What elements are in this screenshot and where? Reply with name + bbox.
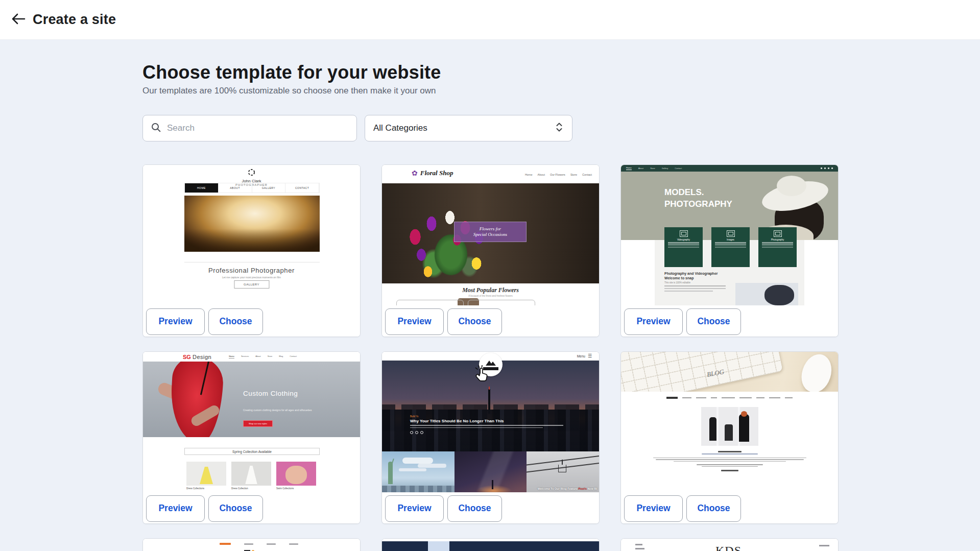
mini-nav-item: Home xyxy=(626,166,632,170)
mini-nav-item: ABOUT xyxy=(219,183,252,193)
mini-subheading: A bouquet of the finest and freshest flo… xyxy=(382,295,599,297)
mini-nav-item: Contact xyxy=(582,173,592,176)
camera-icon xyxy=(774,230,782,237)
mini-nav-item: Store xyxy=(570,173,577,176)
back-arrow-icon xyxy=(11,13,26,27)
template-thumbnail-models-photography: Home About Store Gallery Contact MODELS.… xyxy=(621,165,838,305)
feature-card: Videography xyxy=(664,227,703,267)
mini-gallery-button: GALLERY xyxy=(234,280,269,289)
mini-nav: HOME ABOUT GALLERY CONTACT xyxy=(184,183,320,193)
template-thumbnail-photographer: John Clark PHOTOGRAPHER HOME ABOUT GALLE… xyxy=(143,165,360,305)
page-title: Create a site xyxy=(33,12,116,28)
mini-nav-item: About xyxy=(255,355,260,358)
flower-icon: ✿ xyxy=(412,170,418,177)
product-photo xyxy=(231,462,271,486)
search-icon xyxy=(151,123,161,134)
template-thumbnail-keyboard-blog: BLOG xyxy=(621,352,838,492)
app-header: Create a site xyxy=(0,0,980,40)
preview-button[interactable]: Preview xyxy=(624,308,683,335)
category-selected-value: All Categories xyxy=(373,123,427,133)
night-sky-photo xyxy=(455,451,527,492)
mini-nav: Home About Store Gallery Contact xyxy=(621,165,838,172)
template-card-keyboard-blog: BLOG xyxy=(620,351,839,524)
feature-card: Images xyxy=(711,227,750,267)
mini-hero-title: Custom Clothing xyxy=(243,390,298,397)
choose-button[interactable]: Choose xyxy=(208,495,263,522)
main-content: Choose template for your website Our tem… xyxy=(0,40,980,551)
product-caption: Dress Collections xyxy=(186,487,204,490)
mini-nav-item: About xyxy=(538,173,545,176)
makeup-model-photo xyxy=(735,283,798,305)
mini-nav-item: Our Flowers xyxy=(550,173,565,176)
template-grid: John Clark PHOTOGRAPHER HOME ABOUT GALLE… xyxy=(142,164,980,551)
template-card-partial-left xyxy=(142,538,361,551)
category-select[interactable]: All Categories xyxy=(365,115,572,141)
social-icons xyxy=(821,167,833,169)
choose-button[interactable]: Choose xyxy=(447,495,502,522)
product-caption: Dress Collection xyxy=(231,487,248,490)
hamburger-icon: ☰ xyxy=(588,354,592,358)
product-photo xyxy=(186,462,226,486)
select-chevrons-icon xyxy=(556,122,563,135)
carousel-dots xyxy=(410,431,563,434)
thumb-caption: Welcome To Our Blog Feature Post's Now B… xyxy=(538,487,597,490)
mini-nav-item: About xyxy=(638,167,643,170)
mini-nav xyxy=(220,543,298,545)
choose-button[interactable]: Choose xyxy=(208,308,263,335)
mini-nav-item: Contact xyxy=(290,355,297,358)
choose-button[interactable]: Choose xyxy=(686,495,741,522)
search-box[interactable] xyxy=(142,115,357,141)
preview-button[interactable]: Preview xyxy=(146,495,205,522)
product-photo xyxy=(276,462,316,486)
back-button[interactable] xyxy=(7,9,30,31)
mini-nav-item: Contact xyxy=(675,167,682,170)
template-card-sg-design: SG Design Home Services About Store Blog… xyxy=(142,351,361,524)
template-card-models-photography: Home About Store Gallery Contact MODELS.… xyxy=(620,164,839,337)
mini-nav-active-tab: HOME xyxy=(428,541,449,551)
mini-brand: SG Design xyxy=(183,354,211,360)
template-thumbnail-partial-center: HOME BIO STORE WORKSHOPS CONTACT xyxy=(382,539,599,551)
mini-nav-item: Store xyxy=(268,355,273,358)
template-card-city-blog: Menu ☰ Build Yo Why Your Titles Should B… xyxy=(381,351,600,524)
keyboard-desk-photo: BLOG xyxy=(621,352,838,392)
mini-hero-title: Why Your Titles Should Be No Longer Than… xyxy=(410,419,563,423)
statue-of-liberty-photo xyxy=(382,451,455,492)
hero-overlay-box: Flowers for Special Occasions xyxy=(454,222,527,242)
mini-nav-item: Home xyxy=(229,355,234,358)
choose-button[interactable]: Choose xyxy=(447,308,502,335)
mini-nav-item: Store xyxy=(650,167,655,170)
preview-button[interactable]: Preview xyxy=(385,495,444,522)
sunset-field-photo xyxy=(184,196,320,252)
template-thumbnail-sg-design: SG Design Home Services About Store Blog… xyxy=(143,352,360,492)
mini-heading: Professional Photographer xyxy=(143,267,360,274)
template-card-partial-right: KDS xyxy=(620,538,839,551)
feature-card: Photography xyxy=(758,227,797,267)
mini-nav-item: Home xyxy=(525,173,533,176)
preview-button[interactable]: Preview xyxy=(624,495,683,522)
mini-hero-subtitle: Creating custom clothing designs for all… xyxy=(243,409,325,412)
mouse-photo xyxy=(797,352,836,392)
mini-nav-item: CONTACT xyxy=(285,183,319,193)
red-dress-photo: Custom Clothing Creating custom clothing… xyxy=(143,362,360,437)
template-thumbnail-partial-left xyxy=(143,539,360,551)
template-card-photographer: John Clark PHOTOGRAPHER HOME ABOUT GALLE… xyxy=(142,164,361,337)
section-heading: Choose template for your website xyxy=(142,62,980,83)
mini-nav-item: GALLERY xyxy=(252,183,286,193)
template-card-partial-center: HOME BIO STORE WORKSHOPS CONTACT xyxy=(381,538,600,551)
mini-hero-title: MODELS. PHOTOGRAPHY xyxy=(664,186,732,210)
template-thumbnail-city-blog: Menu ☰ Build Yo Why Your Titles Should B… xyxy=(382,352,599,492)
mini-nav xyxy=(621,397,838,399)
mini-nav-item: HOME xyxy=(185,183,219,193)
search-input[interactable] xyxy=(167,123,336,133)
mini-nav-item: Services xyxy=(241,355,249,358)
mini-nav-item: Gallery xyxy=(662,167,668,170)
image-icon xyxy=(727,230,735,237)
template-thumbnail-partial-right: KDS xyxy=(621,539,838,551)
preview-button[interactable]: Preview xyxy=(385,308,444,335)
mini-banner: Spring Collection Available xyxy=(184,448,320,455)
salon-photo xyxy=(701,407,758,446)
cursor-pointer-icon xyxy=(474,365,489,385)
choose-button[interactable]: Choose xyxy=(686,308,741,335)
template-thumbnail-floral-shop: ✿ Floral Shop Home About Our Flowers Sto… xyxy=(382,165,599,305)
preview-button[interactable]: Preview xyxy=(146,308,205,335)
